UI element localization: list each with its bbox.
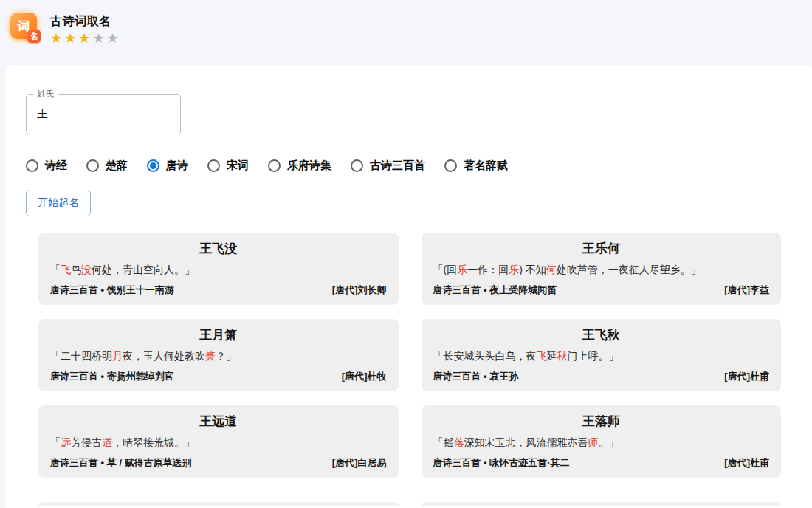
rating-stars: ★★★★★ bbox=[50, 32, 121, 45]
poem-author: [唐代]杜甫 bbox=[724, 456, 769, 470]
radio-label: 诗经 bbox=[45, 159, 67, 173]
poem-author: [唐代]刘长卿 bbox=[332, 284, 387, 297]
poem-verse: 「摇落深知宋玉悲，风流儒雅亦吾师。」 bbox=[433, 435, 770, 450]
radio-label: 古诗三百首 bbox=[370, 159, 425, 173]
result-card[interactable]: 王落师「摇落深知宋玉悲，风流儒雅亦吾师。」唐诗三百首 • 咏怀古迹五首·其二[唐… bbox=[422, 405, 782, 478]
result-card-partial bbox=[38, 502, 399, 506]
radio-label: 楚辞 bbox=[106, 159, 128, 173]
star-icon: ★ bbox=[78, 31, 92, 46]
category-radio-7[interactable]: 著名辞赋 bbox=[444, 159, 508, 173]
surname-field-label: 姓氏 bbox=[33, 88, 58, 100]
logo-badge: 名 bbox=[27, 30, 41, 43]
category-radio-5[interactable]: 乐府诗集 bbox=[268, 159, 331, 173]
radio-label: 著名辞赋 bbox=[464, 159, 508, 173]
category-radio-group: 诗经楚辞唐诗宋词乐府诗集古诗三百首著名辞赋 bbox=[26, 159, 781, 173]
poem-source: 唐诗三百首 • 咏怀古迹五首·其二 bbox=[433, 456, 570, 470]
radio-label: 宋词 bbox=[227, 159, 249, 173]
poem-author: [唐代]李益 bbox=[724, 284, 769, 297]
app-header: 词 名 古诗词取名 ★★★★★ bbox=[0, 0, 812, 65]
generated-name: 王月箫 bbox=[50, 326, 387, 345]
poem-source: 唐诗三百首 • 夜上受降城闻笛 bbox=[433, 284, 557, 297]
poem-author: [唐代]杜牧 bbox=[342, 370, 387, 383]
result-card[interactable]: 王月箫「二十四桥明月夜，玉人何处教吹箫？」唐诗三百首 • 寄扬州韩绰判官[唐代]… bbox=[38, 319, 399, 391]
card-meta-row: 唐诗三百首 • 饯别王十一南游[唐代]刘长卿 bbox=[50, 284, 387, 297]
radio-button-icon[interactable] bbox=[444, 159, 457, 172]
start-naming-button[interactable]: 开始起名 bbox=[26, 190, 91, 216]
radio-button-icon[interactable] bbox=[207, 159, 220, 172]
results-grid: 王飞没「飞鸟没何处，青山空向人。」唐诗三百首 • 饯别王十一南游[唐代]刘长卿王… bbox=[38, 233, 781, 478]
radio-label: 唐诗 bbox=[166, 159, 188, 173]
radio-button-icon[interactable] bbox=[351, 159, 363, 172]
generated-name: 王飞没 bbox=[50, 239, 387, 258]
generated-name: 王落师 bbox=[433, 412, 770, 431]
card-meta-row: 唐诗三百首 • 草 / 赋得古原草送别[唐代]白居易 bbox=[50, 456, 387, 470]
header-text: 古诗词取名 ★★★★★ bbox=[50, 9, 121, 45]
poem-verse: 「二十四桥明月夜，玉人何处教吹箫？」 bbox=[50, 349, 387, 363]
poem-source: 唐诗三百首 • 草 / 赋得古原草送别 bbox=[50, 456, 192, 470]
category-radio-2[interactable]: 楚辞 bbox=[86, 159, 128, 173]
category-radio-4[interactable]: 宋词 bbox=[207, 159, 249, 173]
app-title: 古诗词取名 bbox=[50, 14, 121, 30]
radio-button-icon[interactable] bbox=[147, 159, 159, 172]
category-radio-1[interactable]: 诗经 bbox=[26, 159, 67, 173]
star-icon: ★ bbox=[107, 31, 121, 46]
radio-button-icon[interactable] bbox=[268, 159, 281, 172]
generated-name: 王乐何 bbox=[433, 239, 770, 258]
card-meta-row: 唐诗三百首 • 夜上受降城闻笛[唐代]李益 bbox=[433, 284, 770, 297]
main-panel: 姓氏 诗经楚辞唐诗宋词乐府诗集古诗三百首著名辞赋 开始起名 王飞没「飞鸟没何处，… bbox=[6, 65, 812, 508]
radio-button-icon[interactable] bbox=[26, 159, 38, 172]
result-card[interactable]: 王飞秋「长安城头头白乌，夜飞延秋门上呼。」唐诗三百首 • 哀王孙[唐代]杜甫 bbox=[422, 319, 782, 391]
poem-author: [唐代]白居易 bbox=[332, 456, 387, 470]
poem-source: 唐诗三百首 • 饯别王十一南游 bbox=[50, 284, 174, 297]
category-radio-3[interactable]: 唐诗 bbox=[147, 159, 188, 173]
poem-author: [唐代]杜甫 bbox=[724, 370, 769, 383]
card-meta-row: 唐诗三百首 • 咏怀古迹五首·其二[唐代]杜甫 bbox=[433, 456, 770, 470]
poem-verse: 「(回乐一作：回乐) 不知何处吹芦管，一夜征人尽望乡。」 bbox=[433, 262, 770, 277]
radio-button-icon[interactable] bbox=[86, 159, 99, 172]
star-icon: ★ bbox=[92, 31, 106, 46]
generated-name: 王远道 bbox=[50, 412, 387, 431]
star-icon: ★ bbox=[50, 31, 64, 46]
card-meta-row: 唐诗三百首 • 哀王孙[唐代]杜甫 bbox=[433, 370, 770, 383]
star-icon: ★ bbox=[64, 31, 78, 46]
poem-source: 唐诗三百首 • 寄扬州韩绰判官 bbox=[50, 370, 174, 383]
result-card[interactable]: 王乐何「(回乐一作：回乐) 不知何处吹芦管，一夜征人尽望乡。」唐诗三百首 • 夜… bbox=[422, 233, 782, 305]
card-meta-row: 唐诗三百首 • 寄扬州韩绰判官[唐代]杜牧 bbox=[50, 370, 387, 383]
generated-name: 王飞秋 bbox=[433, 326, 770, 345]
poem-verse: 「远芳侵古道，晴翠接荒城。」 bbox=[50, 435, 387, 450]
result-card-partial bbox=[422, 502, 782, 506]
radio-label: 乐府诗集 bbox=[287, 159, 331, 173]
poem-source: 唐诗三百首 • 哀王孙 bbox=[433, 370, 519, 383]
next-results-row bbox=[38, 502, 781, 506]
surname-field[interactable]: 姓氏 bbox=[26, 94, 181, 134]
poem-verse: 「飞鸟没何处，青山空向人。」 bbox=[50, 262, 387, 277]
app-logo-icon: 词 名 bbox=[7, 9, 41, 43]
result-card[interactable]: 王飞没「飞鸟没何处，青山空向人。」唐诗三百首 • 饯别王十一南游[唐代]刘长卿 bbox=[38, 233, 399, 305]
result-card[interactable]: 王远道「远芳侵古道，晴翠接荒城。」唐诗三百首 • 草 / 赋得古原草送别[唐代]… bbox=[38, 405, 399, 478]
category-radio-6[interactable]: 古诗三百首 bbox=[351, 159, 425, 173]
poem-verse: 「长安城头头白乌，夜飞延秋门上呼。」 bbox=[433, 349, 770, 363]
